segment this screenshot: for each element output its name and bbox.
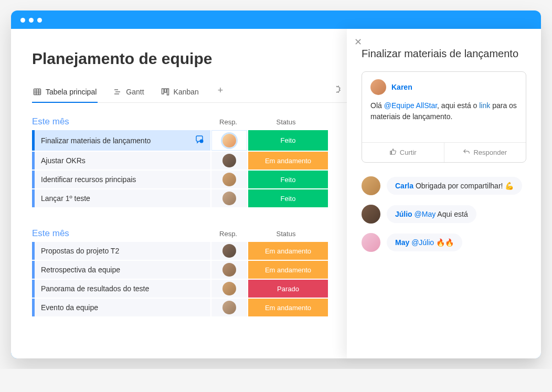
avatar[interactable] bbox=[222, 154, 236, 167]
tab-tabela-principal[interactable]: Tabela principal bbox=[32, 83, 98, 102]
reply-bubble[interactable]: Carla Obrigada por compartilhar! 💪 bbox=[387, 177, 522, 195]
table-row[interactable]: Retrospectiva da equipe Em andamento bbox=[32, 261, 347, 279]
table-row[interactable]: Evento da equipe Em andamento bbox=[32, 299, 347, 316]
view-settings-icon[interactable] bbox=[332, 85, 347, 101]
task-name: Evento da equipe bbox=[41, 303, 98, 312]
task-name: Panorama de resultados do teste bbox=[41, 284, 149, 293]
thumbs-up-icon bbox=[389, 148, 397, 157]
avatar[interactable] bbox=[222, 301, 236, 314]
mention[interactable]: @Equipe AllStar bbox=[384, 101, 437, 110]
avatar[interactable] bbox=[222, 282, 236, 295]
comment-body: Olá @Equipe AllStar, aqui está o link pa… bbox=[362, 98, 526, 142]
status-cell[interactable]: Em andamento bbox=[248, 299, 328, 316]
table-row[interactable]: Ajustar OKRs Em andamento bbox=[32, 152, 347, 169]
tab-gantt[interactable]: Gantt bbox=[112, 83, 145, 102]
like-button[interactable]: Curtir bbox=[362, 143, 444, 162]
side-panel: ✕ Finalizar materiais de lançamento Kare… bbox=[347, 29, 541, 358]
gantt-icon bbox=[113, 88, 122, 96]
column-header-resp[interactable]: Resp. bbox=[210, 230, 246, 238]
avatar[interactable] bbox=[222, 244, 236, 258]
close-icon[interactable]: ✕ bbox=[354, 36, 362, 48]
resp-cell[interactable] bbox=[211, 242, 247, 260]
task-cell[interactable]: Lançar 1º teste bbox=[32, 189, 210, 207]
group-header: Este mês Resp. Status bbox=[32, 228, 347, 239]
task-name: Identificar recursos principais bbox=[41, 175, 136, 184]
status-cell[interactable]: Em andamento bbox=[248, 152, 328, 169]
status-cell[interactable]: Parado bbox=[248, 280, 328, 298]
table-row[interactable]: Finalizar materiais de lançamento Feito bbox=[32, 130, 347, 151]
reply-text: Obrigada por compartilhar! 💪 bbox=[413, 182, 514, 190]
avatar[interactable] bbox=[362, 205, 380, 224]
window-controls bbox=[11, 18, 541, 29]
resp-cell[interactable] bbox=[211, 261, 247, 279]
task-cell[interactable]: Ajustar OKRs bbox=[32, 152, 210, 169]
status-cell[interactable]: Em andamento bbox=[248, 261, 328, 279]
comment-author[interactable]: Karen bbox=[391, 83, 412, 91]
avatar[interactable] bbox=[362, 176, 380, 195]
chat-bubble-icon[interactable] bbox=[195, 135, 204, 146]
task-name: Ajustar OKRs bbox=[41, 156, 86, 165]
task-group: Este mês Resp. Status Finalizar materiai… bbox=[32, 116, 347, 207]
task-cell[interactable]: Finalizar materiais de lançamento bbox=[32, 130, 210, 151]
reply-author[interactable]: May bbox=[395, 238, 409, 247]
group-title[interactable]: Este mês bbox=[32, 228, 210, 239]
group-title[interactable]: Este mês bbox=[32, 116, 210, 127]
table-row[interactable]: Identificar recursos principais Feito bbox=[32, 171, 347, 188]
task-cell[interactable]: Evento da equipe bbox=[32, 299, 210, 316]
mention[interactable]: @Júlio bbox=[411, 238, 434, 247]
table-row[interactable]: Propostas do projeto T2 Em andamento bbox=[32, 242, 347, 260]
window-dot[interactable] bbox=[29, 18, 34, 23]
resp-cell[interactable] bbox=[211, 130, 247, 151]
reply-author[interactable]: Júlio bbox=[395, 210, 412, 218]
app-window: Planejamento de equipe Tabela principal … bbox=[11, 29, 541, 358]
table-icon bbox=[33, 88, 41, 96]
resp-cell[interactable] bbox=[211, 299, 247, 316]
task-cell[interactable]: Propostas do projeto T2 bbox=[32, 242, 210, 260]
reply-button[interactable]: Responder bbox=[444, 143, 526, 162]
window-dot[interactable] bbox=[20, 18, 25, 23]
reply-author[interactable]: Carla bbox=[395, 182, 413, 190]
status-cell[interactable]: Em andamento bbox=[248, 242, 328, 260]
kanban-icon bbox=[161, 88, 169, 96]
svg-point-11 bbox=[200, 140, 204, 143]
task-cell[interactable]: Identificar recursos principais bbox=[32, 171, 210, 188]
svg-rect-0 bbox=[34, 89, 41, 95]
tab-label: Kanban bbox=[174, 88, 199, 96]
reply-bubble[interactable]: May @Júlio 🔥🔥 bbox=[387, 234, 462, 251]
status-cell[interactable]: Feito bbox=[248, 130, 328, 151]
resp-cell[interactable] bbox=[211, 189, 247, 207]
tab-kanban[interactable]: Kanban bbox=[160, 83, 200, 102]
avatar[interactable] bbox=[222, 263, 236, 277]
task-name: Finalizar materiais de lançamento bbox=[41, 136, 151, 145]
column-header-resp[interactable]: Resp. bbox=[210, 118, 246, 126]
task-name: Retrospectiva da equipe bbox=[41, 266, 120, 274]
column-header-status[interactable]: Status bbox=[246, 118, 326, 126]
reply-bubble[interactable]: Júlio @May Aqui está bbox=[387, 205, 476, 223]
mention[interactable]: @May bbox=[415, 210, 436, 218]
avatar[interactable] bbox=[222, 173, 236, 186]
table-row[interactable]: Lançar 1º teste Feito bbox=[32, 189, 347, 207]
comment-header: Karen bbox=[362, 72, 526, 98]
status-cell[interactable]: Feito bbox=[248, 171, 328, 188]
table-row[interactable]: Panorama de resultados do teste Parado bbox=[32, 280, 347, 298]
link[interactable]: link bbox=[479, 101, 490, 110]
app-frame: Planejamento de equipe Tabela principal … bbox=[11, 10, 541, 358]
svg-rect-9 bbox=[164, 89, 166, 92]
add-view-button[interactable]: + bbox=[215, 85, 227, 101]
avatar[interactable] bbox=[222, 134, 236, 147]
resp-cell[interactable] bbox=[211, 152, 247, 169]
task-name: Lançar 1º teste bbox=[41, 194, 90, 203]
resp-cell[interactable] bbox=[211, 280, 247, 298]
resp-cell[interactable] bbox=[211, 171, 247, 188]
task-cell[interactable]: Retrospectiva da equipe bbox=[32, 261, 210, 279]
comment-box: Karen Olá @Equipe AllStar, aqui está o l… bbox=[362, 71, 526, 163]
column-header-status[interactable]: Status bbox=[246, 230, 326, 238]
reply-icon bbox=[463, 148, 470, 157]
status-cell[interactable]: Feito bbox=[248, 189, 328, 207]
window-dot[interactable] bbox=[37, 18, 42, 23]
view-tabs: Tabela principal Gantt Kanban + bbox=[32, 83, 347, 103]
avatar[interactable] bbox=[362, 233, 380, 252]
reply-item: Júlio @May Aqui está bbox=[362, 205, 526, 224]
avatar[interactable] bbox=[222, 192, 236, 205]
task-cell[interactable]: Panorama de resultados do teste bbox=[32, 280, 210, 298]
